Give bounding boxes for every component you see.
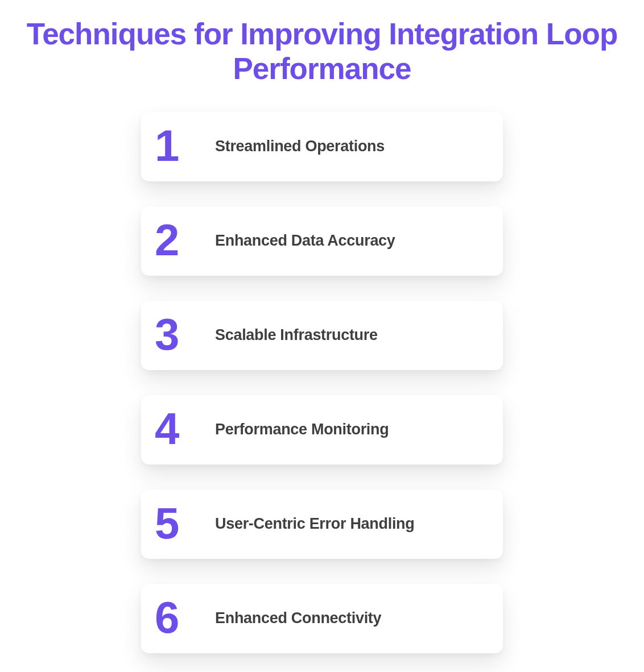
item-label: Enhanced Connectivity bbox=[215, 609, 381, 627]
page-title: Techniques for Improving Integration Loo… bbox=[20, 17, 624, 86]
list-item: 4 Performance Monitoring bbox=[141, 395, 503, 464]
item-label: Enhanced Data Accuracy bbox=[215, 232, 395, 250]
list-item: 1 Streamlined Operations bbox=[141, 112, 503, 181]
list-item: 5 User-Centric Error Handling bbox=[141, 490, 503, 559]
item-number: 4 bbox=[155, 406, 177, 451]
item-number: 5 bbox=[155, 501, 177, 545]
item-number: 6 bbox=[155, 595, 177, 640]
item-label: Scalable Infrastructure bbox=[215, 326, 378, 344]
item-number: 1 bbox=[155, 123, 177, 168]
item-number: 3 bbox=[155, 312, 177, 356]
item-number: 2 bbox=[155, 218, 177, 262]
technique-list: 1 Streamlined Operations 2 Enhanced Data… bbox=[141, 112, 503, 653]
item-label: User-Centric Error Handling bbox=[215, 515, 414, 533]
list-item: 6 Enhanced Connectivity bbox=[141, 584, 503, 653]
list-item: 2 Enhanced Data Accuracy bbox=[141, 206, 503, 276]
item-label: Streamlined Operations bbox=[215, 138, 385, 155]
list-item: 3 Scalable Infrastructure bbox=[141, 301, 503, 370]
item-label: Performance Monitoring bbox=[215, 421, 389, 438]
